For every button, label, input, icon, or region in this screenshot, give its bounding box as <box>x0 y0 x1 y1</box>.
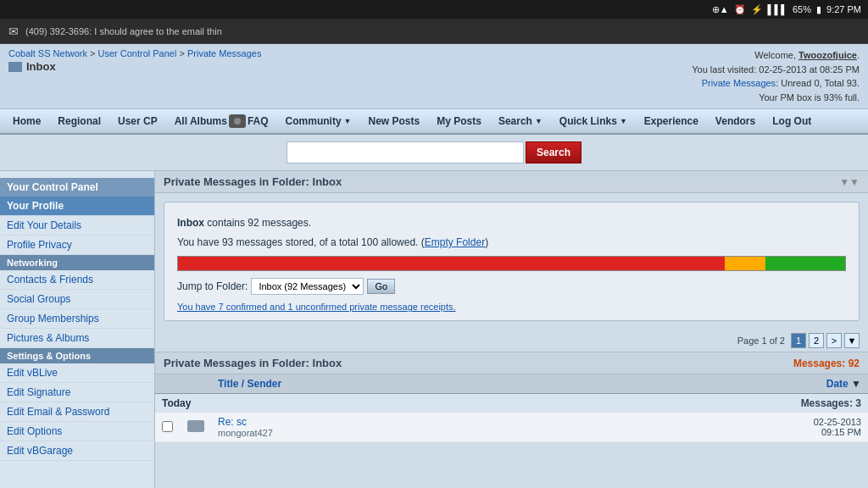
inbox-label: Inbox <box>8 60 261 73</box>
nav-regional[interactable]: Regional <box>49 108 109 134</box>
folder-header: Private Messages in Folder: Inbox ▼▼ <box>155 171 868 193</box>
lightning-icon: ⚡ <box>751 4 763 15</box>
messages-table: Title / Sender Date ▼ Today Messages: 3 <box>155 374 868 442</box>
breadcrumb-network[interactable]: Cobalt SS Network <box>8 48 87 58</box>
page-dropdown-button[interactable]: ▼ <box>844 333 860 348</box>
quicklinks-dropdown-arrow: ▼ <box>620 117 627 125</box>
clock: 9:27 PM <box>826 4 861 14</box>
col-check <box>155 374 181 394</box>
welcome-label: Welcome, <box>754 50 796 60</box>
message-title[interactable]: Re: sc <box>218 416 776 428</box>
last-visit-time: 08:25 PM <box>820 64 860 75</box>
table-header-row: Title / Sender Date ▼ <box>155 374 868 394</box>
pm-box-info: Your PM box is 93% full. <box>759 92 860 103</box>
folder-collapse-icon[interactable]: ▼▼ <box>839 176 860 188</box>
receipts-link[interactable]: You have 7 confirmed and 1 unconfirmed p… <box>177 302 846 312</box>
sidebar-pictures-albums[interactable]: Pictures & Albums <box>0 329 154 348</box>
page-1-button[interactable]: 1 <box>791 333 806 348</box>
sort-title-link[interactable]: Title / Sender <box>218 378 281 390</box>
nav-vendors[interactable]: Vendors <box>707 108 764 134</box>
pm-info: Unread 0, Total 93. <box>781 78 860 88</box>
pagination-bar: Page 1 of 2 1 2 > ▼ <box>155 330 868 352</box>
jump-select[interactable]: Inbox (92 Messages) <box>251 278 364 295</box>
welcome-username: Twoozofjuice <box>798 50 857 60</box>
sidebar-edit-vblive[interactable]: Edit vBLive <box>0 363 154 383</box>
search-dropdown-arrow: ▼ <box>535 117 542 125</box>
nav-search[interactable]: Search ▼ <box>490 108 551 134</box>
alarm-icon: ⏰ <box>734 4 746 15</box>
status-bar: ⊕▲ ⏰ ⚡ ▌▌▌ 65% ▮ 9:27 PM <box>0 0 868 19</box>
message-sender[interactable]: mongorat427 <box>218 428 776 438</box>
nav-experience[interactable]: Experience <box>636 108 707 134</box>
message-time: 09:15 PM <box>790 427 861 437</box>
sidebar-networking: Networking <box>0 255 154 270</box>
sidebar-edit-signature[interactable]: Edit Signature <box>0 383 154 402</box>
nav-my-posts[interactable]: My Posts <box>428 108 490 134</box>
sidebar-edit-options[interactable]: Edit Options <box>0 422 154 441</box>
sidebar-profile-privacy[interactable]: Profile Privacy <box>0 236 154 255</box>
header-info: Cobalt SS Network > User Control Panel >… <box>0 44 868 109</box>
breadcrumb: Cobalt SS Network > User Control Panel >… <box>8 48 261 58</box>
notification-text: (409) 392-3696: I should agree to the em… <box>25 26 222 36</box>
inbox-folder-icon <box>8 62 22 72</box>
nav-bar: Home Regional User CP All Albums FAQ Com… <box>0 109 868 135</box>
nav-usercp[interactable]: User CP <box>109 108 166 134</box>
col-title-sender: Title / Sender <box>211 374 783 394</box>
welcome-section: Welcome, Twoozofjuice. You last visited:… <box>692 48 860 104</box>
folder-title: Private Messages in Folder: Inbox <box>164 175 342 188</box>
sort-icon: ▼ <box>851 378 861 390</box>
progress-red <box>178 257 725 270</box>
empty-folder-link[interactable]: Empty Folder <box>425 236 485 248</box>
page-2-button[interactable]: 2 <box>809 333 824 348</box>
jump-label: Jump to Folder: <box>177 280 248 292</box>
sidebar-edit-vbgarage[interactable]: Edit vBGarage <box>0 441 154 461</box>
sidebar-contacts-friends[interactable]: Contacts & Friends <box>0 270 154 290</box>
folder-controls-panel: Inbox contains 92 messages. You have 93 … <box>164 202 860 321</box>
sort-date-link[interactable]: Date <box>826 378 849 390</box>
folder-message-count: Inbox contains 92 messages. <box>177 215 846 231</box>
nav-logout[interactable]: Log Out <box>764 108 820 134</box>
pm-link[interactable]: Private Messages <box>702 78 776 88</box>
messages-section-header: Private Messages in Folder: Inbox Messag… <box>155 352 868 374</box>
last-visited: You last visited: 02-25-2013 at <box>692 64 817 75</box>
msg-checkbox[interactable] <box>162 421 173 432</box>
nav-home[interactable]: Home <box>4 108 49 134</box>
breadcrumb-section[interactable]: Private Messages <box>187 48 261 58</box>
group-count-today: Messages: 3 <box>783 394 868 413</box>
messages-count: Messages: 92 <box>793 358 860 369</box>
page-next-button[interactable]: > <box>826 333 842 348</box>
nav-new-posts[interactable]: New Posts <box>360 108 429 134</box>
search-button[interactable]: Search <box>526 141 581 164</box>
progress-yellow <box>725 257 765 270</box>
message-icon <box>187 420 204 432</box>
email-icon: ✉ <box>8 25 19 38</box>
group-row-today: Today Messages: 3 <box>155 394 868 413</box>
battery-icon: ▮ <box>816 4 821 15</box>
msg-date-cell: 02-25-2013 09:15 PM <box>783 413 868 442</box>
col-date: Date ▼ <box>783 374 868 394</box>
breadcrumb-usercp[interactable]: User Control Panel <box>97 48 176 58</box>
message-date: 02-25-2013 <box>790 417 861 427</box>
sidebar-social-groups[interactable]: Social Groups <box>0 290 154 309</box>
sidebar: Your Control Panel Your Profile Edit You… <box>0 171 155 488</box>
search-input[interactable] <box>287 141 524 164</box>
msg-icon-cell <box>181 413 211 442</box>
main-layout: Your Control Panel Your Profile Edit You… <box>0 171 868 488</box>
nav-community[interactable]: Community ▼ <box>277 108 360 134</box>
sidebar-your-profile[interactable]: Your Profile <box>0 197 154 216</box>
sidebar-edit-email-password[interactable]: Edit Email & Password <box>0 402 154 422</box>
search-bar-container: Search <box>0 135 868 171</box>
nav-quick-links[interactable]: Quick Links ▼ <box>551 108 636 134</box>
signal-bars: ▌▌▌ <box>768 4 787 14</box>
sidebar-edit-details[interactable]: Edit Your Details <box>0 216 154 236</box>
msg-checkbox-cell <box>155 413 181 442</box>
sidebar-settings-options: Settings & Options <box>0 348 154 363</box>
folder-stored-info: You have 93 messages stored, of a total … <box>177 235 846 251</box>
nav-albums[interactable]: All Albums <box>166 108 236 134</box>
progress-bar <box>177 256 846 271</box>
go-button[interactable]: Go <box>367 279 395 294</box>
sidebar-group-memberships[interactable]: Group Memberships <box>0 309 154 329</box>
jump-folder: Jump to Folder: Inbox (92 Messages) Go <box>177 278 846 295</box>
breadcrumb-section: Cobalt SS Network > User Control Panel >… <box>8 48 261 73</box>
camera-icon <box>229 114 246 128</box>
